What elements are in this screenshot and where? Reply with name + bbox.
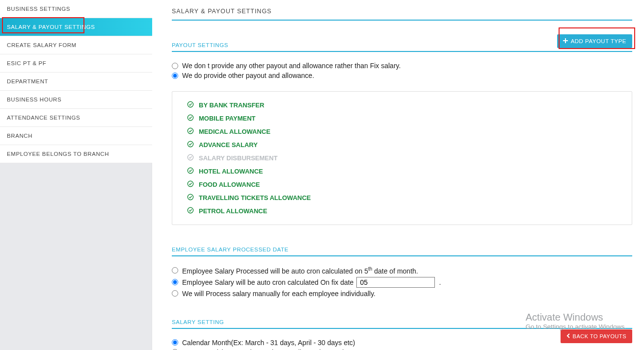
payout-type-label: PETROL ALLOWANCE bbox=[199, 207, 267, 215]
sidebar: BUSINESS SETTINGS SALARY & PAYOUT SETTIN… bbox=[0, 0, 152, 350]
check-circle-icon bbox=[187, 101, 194, 109]
payout-type-label: TRAVELLING TICKETS ALLOWANCE bbox=[199, 194, 311, 201]
sidebar-item-salary-payout-settings[interactable]: SALARY & PAYOUT SETTINGS bbox=[0, 18, 152, 36]
check-circle-icon bbox=[187, 207, 194, 215]
processed-option-manual-label: We will Process salary manually for each… bbox=[182, 290, 376, 298]
payout-option-no-label: We don t provide any other payout and al… bbox=[182, 62, 401, 70]
check-circle-icon bbox=[187, 167, 194, 175]
sidebar-list: BUSINESS SETTINGS SALARY & PAYOUT SETTIN… bbox=[0, 0, 152, 163]
sidebar-item-attendance-settings[interactable]: ATTENDANCE SETTINGS bbox=[0, 109, 152, 127]
sidebar-item-branch[interactable]: BRANCH bbox=[0, 127, 152, 145]
check-circle-icon bbox=[187, 194, 194, 202]
section-header-payout: PAYOUT SETTINGS ADD PAYOUT TYPE bbox=[172, 34, 632, 52]
sidebar-item-business-hours[interactable]: BUSINESS HOURS bbox=[0, 91, 152, 109]
add-payout-type-label: ADD PAYOUT TYPE bbox=[571, 38, 626, 44]
salary-option-every-label: Every Month(Ex: March - 30 days, April -… bbox=[182, 349, 345, 350]
check-circle-icon bbox=[187, 127, 194, 136]
payout-types-box: BY BANK TRANSFERMOBILE PAYMENTMEDICAL AL… bbox=[172, 91, 632, 225]
fix-date-input[interactable] bbox=[356, 277, 435, 288]
payout-type-item[interactable]: SALARY DISBURSEMENT bbox=[187, 151, 617, 165]
salary-option-calendar-radio[interactable] bbox=[172, 339, 178, 346]
sidebar-item-department[interactable]: DEPARTMENT bbox=[0, 73, 152, 91]
plus-icon bbox=[563, 38, 568, 44]
payout-type-item[interactable]: MOBILE PAYMENT bbox=[187, 112, 617, 125]
section-header-salary: SALARY SETTING bbox=[172, 319, 632, 329]
chevron-left-icon bbox=[566, 333, 570, 339]
processed-option-fix-post: . bbox=[439, 278, 441, 286]
back-to-payouts-label: BACK TO PAYOUTS bbox=[573, 333, 626, 339]
processed-option-fix-label: Employee Salary will be auto cron calcul… bbox=[182, 278, 353, 286]
sidebar-item-create-salary-form[interactable]: CREATE SALARY FORM bbox=[0, 36, 152, 54]
payout-option-yes-radio[interactable] bbox=[172, 73, 178, 79]
add-payout-type-button[interactable]: ADD PAYOUT TYPE bbox=[557, 34, 632, 48]
check-circle-icon bbox=[187, 141, 194, 149]
processed-option-fix-radio[interactable] bbox=[172, 279, 178, 285]
payout-type-label: BY BANK TRANSFER bbox=[199, 101, 264, 109]
processed-option-auto-radio[interactable] bbox=[172, 267, 178, 274]
processed-option-manual-radio[interactable] bbox=[172, 290, 178, 297]
payout-type-item[interactable]: PETROL ALLOWANCE bbox=[187, 204, 617, 218]
payout-type-label: MOBILE PAYMENT bbox=[199, 115, 256, 122]
check-circle-icon bbox=[187, 180, 194, 189]
section-label-salary: SALARY SETTING bbox=[172, 319, 224, 325]
payout-type-item[interactable]: ADVANCE SALARY bbox=[187, 138, 617, 151]
payout-option-yes-label: We do provide other payout and allowance… bbox=[182, 72, 314, 79]
salary-option-every-row[interactable]: Every Month(Ex: March - 30 days, April -… bbox=[172, 349, 632, 350]
payout-option-no-radio[interactable] bbox=[172, 63, 178, 69]
payout-type-label: ADVANCE SALARY bbox=[199, 141, 258, 149]
section-header-processed: EMPLOYEE SALARY PROCESSED DATE bbox=[172, 247, 632, 256]
payout-type-item[interactable]: FOOD ALLOWANCE bbox=[187, 178, 617, 191]
salary-option-calendar-label: Calendar Month(Ex: March - 31 days, Apri… bbox=[182, 339, 355, 347]
check-circle-icon bbox=[187, 154, 194, 162]
processed-option-manual-row[interactable]: We will Process salary manually for each… bbox=[172, 290, 632, 298]
check-circle-icon bbox=[187, 114, 194, 123]
payout-type-label: FOOD ALLOWANCE bbox=[199, 181, 260, 188]
sidebar-item-employee-belongs-to-branch[interactable]: EMPLOYEE BELONGS TO BRANCH bbox=[0, 145, 152, 163]
payout-type-label: HOTEL ALLOWANCE bbox=[199, 168, 263, 175]
payout-type-label: SALARY DISBURSEMENT bbox=[199, 154, 277, 162]
section-label-payout: PAYOUT SETTINGS bbox=[172, 42, 228, 48]
payout-type-item[interactable]: MEDICAL ALLOWANCE bbox=[187, 125, 617, 138]
processed-option-auto-row[interactable]: Employee Salary Processed will be auto c… bbox=[172, 266, 632, 275]
payout-type-item[interactable]: HOTEL ALLOWANCE bbox=[187, 165, 617, 178]
back-to-payouts-button[interactable]: BACK TO PAYOUTS bbox=[561, 329, 632, 343]
payout-option-no-row[interactable]: We don t provide any other payout and al… bbox=[172, 62, 632, 70]
payout-option-yes-row[interactable]: We do provide other payout and allowance… bbox=[172, 72, 632, 79]
payout-type-item[interactable]: TRAVELLING TICKETS ALLOWANCE bbox=[187, 191, 617, 204]
processed-option-auto-label: Employee Salary Processed will be auto c… bbox=[182, 266, 418, 275]
sidebar-item-business-settings[interactable]: BUSINESS SETTINGS bbox=[0, 0, 152, 18]
payout-type-label: MEDICAL ALLOWANCE bbox=[199, 128, 270, 135]
section-label-processed: EMPLOYEE SALARY PROCESSED DATE bbox=[172, 247, 289, 252]
page-title: SALARY & PAYOUT SETTINGS bbox=[172, 5, 632, 21]
processed-option-fix-row[interactable]: Employee Salary will be auto cron calcul… bbox=[172, 277, 632, 288]
sidebar-item-esic-pt-pf[interactable]: ESIC PT & PF bbox=[0, 54, 152, 73]
main-content: SALARY & PAYOUT SETTINGS PAYOUT SETTINGS… bbox=[152, 0, 644, 350]
payout-type-item[interactable]: BY BANK TRANSFER bbox=[187, 99, 617, 112]
